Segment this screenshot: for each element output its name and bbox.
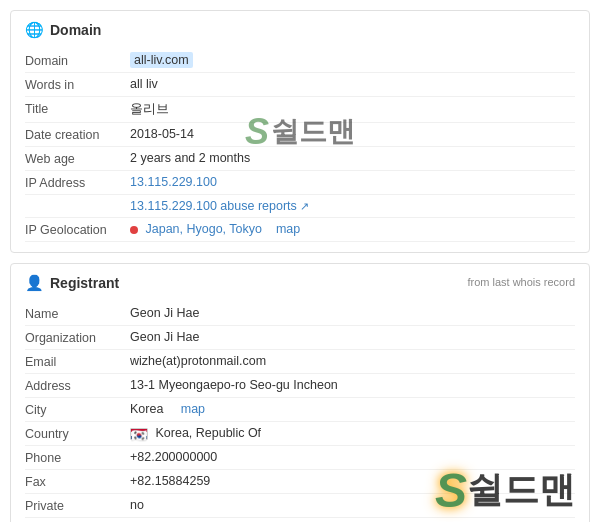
phone-row: Phone +82.200000000: [25, 446, 575, 470]
words-in-value: all liv: [130, 77, 575, 91]
domain-value: all-liv.com: [130, 53, 575, 67]
email-row: Email wizhe(at)protonmail.com: [25, 350, 575, 374]
registrant-title: Registrant: [50, 275, 119, 291]
address-row: Address 13-1 Myeongaepo-ro Seo-gu Incheo…: [25, 374, 575, 398]
words-in-label: Words in: [25, 77, 130, 92]
geo-map-link[interactable]: map: [276, 222, 300, 236]
fax-label: Fax: [25, 474, 130, 489]
web-age-row: Web age 2 years and 2 months: [25, 147, 575, 171]
private-value: no: [130, 498, 575, 512]
domain-row: Domain all-liv.com: [25, 49, 575, 73]
geo-location-link[interactable]: Japan, Hyogo, Tokyo: [145, 222, 262, 236]
web-age-value: 2 years and 2 months: [130, 151, 575, 165]
title-label: Title: [25, 101, 130, 116]
web-age-label: Web age: [25, 151, 130, 166]
title-value: 올리브: [130, 101, 575, 118]
ip-address-label: IP Address: [25, 175, 130, 190]
date-creation-row: Date creation 2018-05-14: [25, 123, 575, 147]
ip-geo-label: IP Geolocation: [25, 222, 130, 237]
domain-section: 🌐 Domain Domain all-liv.com Words in all…: [10, 10, 590, 253]
abuse-row: 13.115.229.100 abuse reports ↗: [25, 195, 575, 218]
domain-label: Domain: [25, 53, 130, 68]
from-record-label: from last whois record: [467, 276, 575, 288]
city-value: Korea map: [130, 402, 575, 416]
abuse-label: [25, 199, 130, 200]
abuse-link[interactable]: 13.115.229.100 abuse reports ↗: [130, 199, 309, 213]
external-link-icon: ↗: [300, 200, 309, 212]
country-row: Country 🇰🇷 Korea, Republic Of: [25, 422, 575, 446]
city-label: City: [25, 402, 130, 417]
ip-address-row: IP Address 13.115.229.100: [25, 171, 575, 195]
name-value: Geon Ji Hae: [130, 306, 575, 320]
abuse-value: 13.115.229.100 abuse reports ↗: [130, 199, 575, 213]
name-label: Name: [25, 306, 130, 321]
domain-title: Domain: [50, 22, 101, 38]
city-text: Korea: [130, 402, 163, 416]
ip-address-value: 13.115.229.100: [130, 175, 575, 189]
city-map-link[interactable]: map: [181, 402, 205, 416]
country-text: Korea, Republic Of: [155, 426, 261, 440]
domain-section-header: 🌐 Domain: [25, 21, 575, 39]
words-in-row: Words in all liv: [25, 73, 575, 97]
address-label: Address: [25, 378, 130, 393]
org-row: Organization Geon Ji Hae: [25, 326, 575, 350]
country-value: 🇰🇷 Korea, Republic Of: [130, 426, 575, 440]
private-label: Private: [25, 498, 130, 513]
fax-value: +82.15884259: [130, 474, 575, 488]
phone-value: +82.200000000: [130, 450, 575, 464]
geo-dot-icon: [130, 226, 138, 234]
abuse-link-text: 13.115.229.100 abuse reports: [130, 199, 297, 213]
phone-label: Phone: [25, 450, 130, 465]
ip-geo-value: Japan, Hyogo, Tokyo map: [130, 222, 575, 236]
org-value: Geon Ji Hae: [130, 330, 575, 344]
org-label: Organization: [25, 330, 130, 345]
country-label: Country: [25, 426, 130, 441]
ip-geo-row: IP Geolocation Japan, Hyogo, Tokyo map: [25, 218, 575, 242]
registrant-icon: 👤: [25, 274, 44, 292]
city-row: City Korea map: [25, 398, 575, 422]
ip-address-link[interactable]: 13.115.229.100: [130, 175, 217, 189]
email-label: Email: [25, 354, 130, 369]
fax-row: Fax +82.15884259: [25, 470, 575, 494]
name-row: Name Geon Ji Hae: [25, 302, 575, 326]
domain-highlighted: all-liv.com: [130, 52, 193, 68]
private-row: Private no: [25, 494, 575, 518]
date-creation-value: 2018-05-14: [130, 127, 575, 141]
address-value: 13-1 Myeongaepo-ro Seo-gu Incheon: [130, 378, 575, 392]
korea-flag-icon: 🇰🇷: [130, 428, 148, 440]
email-value: wizhe(at)protonmail.com: [130, 354, 575, 368]
date-creation-label: Date creation: [25, 127, 130, 142]
title-row: Title 올리브: [25, 97, 575, 123]
domain-icon: 🌐: [25, 21, 44, 39]
registrant-section: 👤 Registrant from last whois record Name…: [10, 263, 590, 522]
